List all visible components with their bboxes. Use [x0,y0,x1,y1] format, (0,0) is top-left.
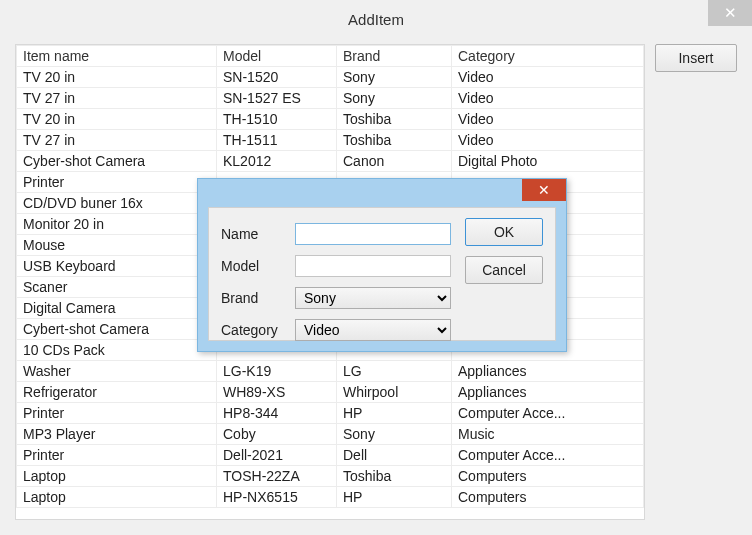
category-select[interactable]: Video [295,319,451,341]
row-category: Category Video [221,314,543,346]
cell-category: Video [452,67,644,88]
table-row[interactable]: MP3 PlayerCobySonyMusic [17,424,644,445]
window-title: AddItem [348,11,404,28]
table-row[interactable]: PrinterDell-2021DellComputer Acce... [17,445,644,466]
cell-brand: Sony [337,67,452,88]
cell-category: Appliances [452,361,644,382]
cell-name: Digital Camera [17,298,217,319]
additem-window: AddItem ✕ Item name Model Brand Category [0,0,752,535]
table-row[interactable]: TV 27 inTH-1511ToshibaVideo [17,130,644,151]
cell-model: KL2012 [217,151,337,172]
cell-brand: Whirpool [337,382,452,403]
cell-model: HP-NX6515 [217,487,337,508]
col-category[interactable]: Category [452,46,644,67]
table-row[interactable]: TV 20 inSN-1520SonyVideo [17,67,644,88]
cell-name: Laptop [17,487,217,508]
window-close-button[interactable]: ✕ [708,0,752,26]
table-row[interactable]: RefrigeratorWH89-XSWhirpoolAppliances [17,382,644,403]
label-model: Model [221,258,295,274]
cell-name: TV 27 in [17,130,217,151]
cell-category: Appliances [452,382,644,403]
cell-model: SN-1527 ES [217,88,337,109]
cell-model: WH89-XS [217,382,337,403]
cell-model: TH-1510 [217,109,337,130]
cell-model: LG-K19 [217,361,337,382]
table-row[interactable]: TV 20 inTH-1510ToshibaVideo [17,109,644,130]
cell-brand: Canon [337,151,452,172]
table-row[interactable]: LaptopTOSH-22ZAToshibaComputers [17,466,644,487]
cell-model: SN-1520 [217,67,337,88]
cell-category: Computer Acce... [452,403,644,424]
cell-name: Washer [17,361,217,382]
table-row[interactable]: WasherLG-K19LGAppliances [17,361,644,382]
cell-model: TH-1511 [217,130,337,151]
cell-model: Coby [217,424,337,445]
table-row[interactable]: LaptopHP-NX6515HPComputers [17,487,644,508]
cell-category: Computer Acce... [452,445,644,466]
cell-name: Laptop [17,466,217,487]
name-field[interactable] [295,223,451,245]
dialog-buttons: OK Cancel [465,218,543,284]
label-name: Name [221,226,295,242]
close-icon: ✕ [538,182,550,198]
dialog-close-button[interactable]: ✕ [522,179,566,201]
table-row[interactable]: Cyber-shot CameraKL2012CanonDigital Phot… [17,151,644,172]
cell-category: Computers [452,487,644,508]
cell-name: USB Keyboard [17,256,217,277]
cell-category: Computers [452,466,644,487]
cell-category: Video [452,109,644,130]
cell-name: MP3 Player [17,424,217,445]
cell-category: Video [452,130,644,151]
label-brand: Brand [221,290,295,306]
cell-brand: HP [337,403,452,424]
cell-model: HP8-344 [217,403,337,424]
cell-brand: Dell [337,445,452,466]
cell-name: Printer [17,403,217,424]
cell-name: Printer [17,172,217,193]
close-icon: ✕ [724,4,737,22]
cell-name: Printer [17,445,217,466]
cell-brand: Toshiba [337,130,452,151]
cell-name: 10 CDs Pack [17,340,217,361]
cell-brand: Toshiba [337,109,452,130]
cell-name: Scaner [17,277,217,298]
dialog-body: Name Model Brand Sony Category Video [208,207,556,341]
titlebar: AddItem ✕ [0,0,752,38]
cell-name: CD/DVD buner 16x [17,193,217,214]
cell-name: Cyber-shot Camera [17,151,217,172]
dialog-titlebar: ✕ [198,179,566,205]
col-brand[interactable]: Brand [337,46,452,67]
cell-brand: LG [337,361,452,382]
cell-name: TV 20 in [17,67,217,88]
cell-name: TV 20 in [17,109,217,130]
cell-model: Dell-2021 [217,445,337,466]
cell-brand: Toshiba [337,466,452,487]
cell-brand: Sony [337,424,452,445]
cell-name: Refrigerator [17,382,217,403]
insert-button[interactable]: Insert [655,44,737,72]
cell-brand: Sony [337,88,452,109]
cell-name: Monitor 20 in [17,214,217,235]
add-item-dialog: ✕ Name Model Brand Sony Category Vid [197,178,567,352]
cell-brand: HP [337,487,452,508]
ok-button[interactable]: OK [465,218,543,246]
cell-model: TOSH-22ZA [217,466,337,487]
cell-category: Digital Photo [452,151,644,172]
cell-name: Mouse [17,235,217,256]
header-row: Item name Model Brand Category [17,46,644,67]
brand-select[interactable]: Sony [295,287,451,309]
cell-name: TV 27 in [17,88,217,109]
cell-name: Cybert-shot Camera [17,319,217,340]
col-item-name[interactable]: Item name [17,46,217,67]
table-row[interactable]: TV 27 inSN-1527 ESSonyVideo [17,88,644,109]
col-model[interactable]: Model [217,46,337,67]
row-brand: Brand Sony [221,282,543,314]
cancel-button[interactable]: Cancel [465,256,543,284]
cell-category: Music [452,424,644,445]
model-field[interactable] [295,255,451,277]
cell-category: Video [452,88,644,109]
table-row[interactable]: PrinterHP8-344HPComputer Acce... [17,403,644,424]
side-panel: Insert [655,44,737,520]
label-category: Category [221,322,295,338]
